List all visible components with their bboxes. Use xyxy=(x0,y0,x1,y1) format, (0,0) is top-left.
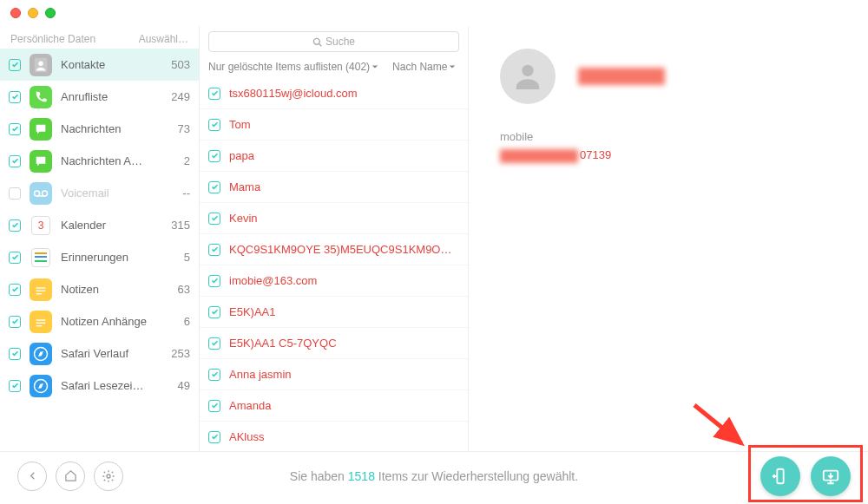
checkbox[interactable] xyxy=(9,380,21,392)
contact-row[interactable]: AKluss xyxy=(200,422,468,451)
checkbox[interactable] xyxy=(9,219,21,232)
minimize-window-button[interactable] xyxy=(28,8,38,18)
checkbox[interactable] xyxy=(9,123,21,135)
checkbox[interactable] xyxy=(208,400,220,412)
recover-to-computer-button[interactable] xyxy=(811,456,851,496)
chevron-down-icon xyxy=(449,63,456,70)
sidebar-item-messages[interactable]: Nachrichten A… 2 xyxy=(0,145,199,177)
sidebar-item-label: Voicemail xyxy=(61,187,182,200)
sidebar-item-count: 253 xyxy=(171,347,190,360)
checkbox[interactable] xyxy=(9,155,21,167)
svg-point-12 xyxy=(313,38,319,44)
checkbox[interactable] xyxy=(208,275,220,287)
checkbox[interactable] xyxy=(208,337,220,350)
avatar xyxy=(500,49,556,104)
contact-name: Kevin xyxy=(229,212,459,225)
sidebar-item-count: -- xyxy=(182,187,190,200)
contact-row[interactable]: Mama xyxy=(200,172,468,203)
contact-detail-panel: mobile 07139 xyxy=(469,26,868,451)
sidebar-item-reminders[interactable]: Erinnerungen 5 xyxy=(0,241,199,273)
checkbox[interactable] xyxy=(208,181,220,193)
select-all-toggle[interactable]: Auswähl… xyxy=(139,33,188,45)
phone-redacted-part xyxy=(500,149,578,163)
svg-rect-15 xyxy=(777,468,783,483)
sidebar-item-messages[interactable]: Nachrichten 73 xyxy=(0,113,199,145)
checkbox[interactable] xyxy=(208,244,220,256)
checkbox[interactable] xyxy=(208,119,220,131)
window-titlebar xyxy=(0,0,868,26)
status-text: Sie haben 1518 Items zur Wiederherstellu… xyxy=(0,469,868,483)
checkbox[interactable] xyxy=(9,91,21,103)
checkbox[interactable] xyxy=(9,187,21,200)
sidebar-item-label: Safari Lesezei… xyxy=(61,379,178,392)
contact-list-panel: Suche Nur gelöschte Items auflisten (402… xyxy=(200,26,469,451)
sidebar-item-label: Erinnerungen xyxy=(61,251,184,264)
sidebar-item-contacts[interactable]: Kontakte 503 xyxy=(0,49,199,81)
close-window-button[interactable] xyxy=(10,8,21,18)
contact-row[interactable]: Anna jasmin xyxy=(200,359,468,390)
contact-name: papa xyxy=(229,149,459,162)
contact-name: Amanda xyxy=(229,399,459,412)
svg-point-3 xyxy=(43,191,48,196)
category-sidebar: Persönliche Daten Auswähl… Kontakte 503 … xyxy=(0,26,200,451)
contact-row[interactable]: Amanda xyxy=(200,390,468,422)
sidebar-item-calendar[interactable]: 3 Kalender 315 xyxy=(0,209,199,241)
svg-point-14 xyxy=(107,475,110,478)
sidebar-item-phone[interactable]: Anrufliste 249 xyxy=(0,81,199,113)
search-icon xyxy=(312,37,322,47)
checkbox[interactable] xyxy=(208,306,220,318)
filter-deleted-only[interactable]: Nur gelöschte Items auflisten (402) xyxy=(208,61,378,73)
sidebar-item-safari[interactable]: Safari Verlauf 253 xyxy=(0,337,199,370)
messages-icon xyxy=(30,118,52,141)
checkbox[interactable] xyxy=(208,150,220,162)
contact-row[interactable]: Tom xyxy=(200,109,468,141)
checkbox[interactable] xyxy=(9,284,21,296)
contact-row[interactable]: tsx680115wj@icloud.com xyxy=(200,78,468,109)
contact-row[interactable]: Kevin xyxy=(200,203,468,234)
sidebar-item-count: 63 xyxy=(178,283,190,296)
sidebar-item-notes[interactable]: Notizen 63 xyxy=(0,273,199,305)
sidebar-item-label: Notizen xyxy=(61,283,178,296)
contact-name: E5K)AA1 C5-7QYQC xyxy=(229,337,459,350)
checkbox[interactable] xyxy=(208,431,220,443)
sidebar-item-count: 503 xyxy=(171,58,190,71)
checkbox[interactable] xyxy=(9,348,21,360)
sidebar-item-safari[interactable]: Safari Lesezei… 49 xyxy=(0,370,199,402)
contact-name: tsx680115wj@icloud.com xyxy=(229,87,459,100)
contact-row[interactable]: E5K)AA1 xyxy=(200,297,468,328)
checkbox[interactable] xyxy=(9,252,21,264)
contact-row[interactable]: imobie@163.com xyxy=(200,265,468,297)
back-button[interactable] xyxy=(17,461,47,491)
notes-icon xyxy=(30,278,52,301)
checkbox[interactable] xyxy=(9,316,21,328)
home-button[interactable] xyxy=(56,461,85,491)
sidebar-item-voicemail[interactable]: Voicemail -- xyxy=(0,177,199,209)
to-computer-icon xyxy=(821,467,840,486)
settings-button[interactable] xyxy=(94,461,123,491)
recover-to-device-button[interactable] xyxy=(760,456,800,496)
sidebar-item-count: 249 xyxy=(171,90,190,103)
safari-icon xyxy=(30,375,52,397)
contact-row[interactable]: papa xyxy=(200,141,468,172)
checkbox[interactable] xyxy=(208,369,220,381)
contact-row[interactable]: E5K)AA1 C5-7QYQC xyxy=(200,328,468,359)
search-input[interactable]: Suche xyxy=(208,31,459,52)
checkbox[interactable] xyxy=(208,213,220,225)
sidebar-item-label: Anrufliste xyxy=(61,90,171,103)
home-icon xyxy=(64,469,77,482)
contact-name: AKluss xyxy=(229,430,459,443)
contact-row[interactable]: KQC9S1KM9OYE 35)M5EUQC9S1KM9OYE35)… xyxy=(200,234,468,265)
chevron-down-icon xyxy=(372,63,378,70)
checkbox[interactable] xyxy=(208,88,220,100)
reminders-icon xyxy=(30,246,52,269)
sidebar-item-notes[interactable]: Notizen Anhänge 6 xyxy=(0,305,199,337)
phone-suffix: 07139 xyxy=(580,148,611,161)
to-device-icon xyxy=(771,467,790,486)
sidebar-item-label: Notizen Anhänge xyxy=(61,315,184,328)
sort-by-name[interactable]: Nach Name xyxy=(392,61,456,73)
checkbox[interactable] xyxy=(9,59,21,71)
calendar-icon: 3 xyxy=(30,214,52,237)
maximize-window-button[interactable] xyxy=(45,8,56,18)
bottom-toolbar: Sie haben 1518 Items zur Wiederherstellu… xyxy=(0,451,868,500)
phone-icon xyxy=(30,86,52,108)
